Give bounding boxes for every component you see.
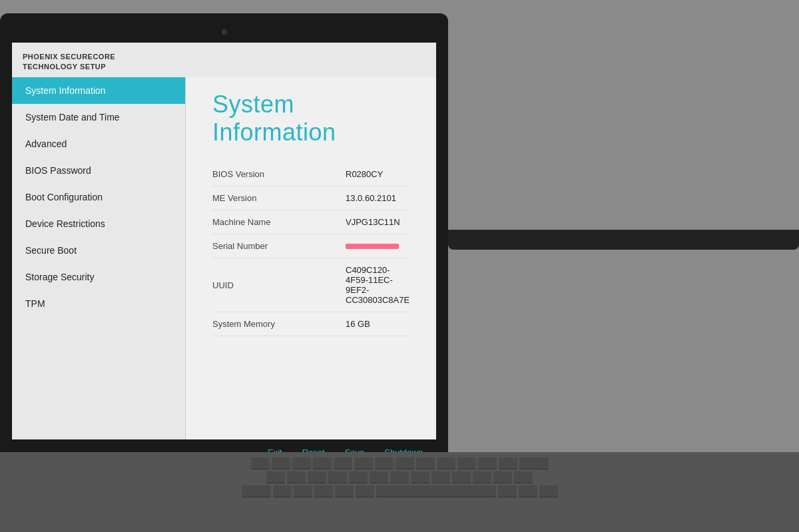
space-key (376, 485, 496, 497)
info-label: BIOS Version (212, 169, 346, 179)
info-value: 16 GB (346, 319, 370, 329)
key (335, 485, 354, 497)
key (242, 485, 271, 497)
keyboard-row-3 (242, 485, 558, 497)
sidebar-item-tpm[interactable]: TPM (12, 290, 185, 317)
info-row: UUIDC409C120-4F59-11EC-9EF2-CC30803C8A7E (212, 258, 409, 312)
content-title: System Information (212, 91, 409, 146)
key (273, 485, 292, 497)
key (292, 457, 311, 469)
sidebar-item-system-date-time[interactable]: System Date and Time (12, 104, 185, 131)
info-row: ME Version13.0.60.2101 (212, 186, 409, 210)
sidebar-item-secure-boot[interactable]: Secure Boot (12, 237, 185, 264)
key (266, 471, 285, 483)
key (473, 471, 491, 483)
key (411, 471, 429, 483)
info-value (346, 244, 399, 249)
key (493, 471, 512, 483)
info-table: BIOS VersionR0280CYME Version13.0.60.210… (212, 162, 409, 336)
key (313, 457, 332, 469)
info-row: Serial Number (212, 234, 409, 258)
key (457, 457, 476, 469)
bios-brand: PHOENIX SECURECORE TECHNOLOGY SETUP (23, 52, 425, 73)
info-value: R0280CY (346, 169, 383, 179)
key (437, 457, 455, 469)
sidebar-item-advanced[interactable]: Advanced (12, 131, 185, 157)
key (514, 471, 533, 483)
info-value: 13.0.60.2101 (346, 193, 396, 203)
info-label: UUID (212, 280, 346, 290)
key (356, 485, 374, 497)
info-row: BIOS VersionR0280CY (212, 162, 409, 186)
keyboard-row-2 (266, 471, 533, 483)
sidebar: System InformationSystem Date and TimeAd… (12, 77, 185, 439)
sidebar-item-device-restrictions[interactable]: Device Restrictions (12, 210, 185, 237)
key (396, 457, 414, 469)
key (499, 457, 517, 469)
sidebar-item-storage-security[interactable]: Storage Security (12, 264, 185, 290)
webcam-bar (12, 25, 436, 39)
key (416, 457, 435, 469)
sidebar-item-boot-configuration[interactable]: Boot Configuration (12, 184, 185, 210)
bios-container: PHOENIX SECURECORE TECHNOLOGY SETUP Syst… (12, 43, 436, 466)
key (354, 457, 373, 469)
sidebar-item-bios-password[interactable]: BIOS Password (12, 157, 185, 184)
info-row: System Memory16 GB (212, 312, 409, 336)
key (334, 457, 352, 469)
key (390, 471, 409, 483)
info-label: Serial Number (212, 241, 346, 251)
key (539, 485, 558, 497)
key (452, 471, 471, 483)
key (498, 485, 517, 497)
key (287, 471, 306, 483)
key (431, 471, 450, 483)
laptop-screen: PHOENIX SECURECORE TECHNOLOGY SETUP Syst… (0, 13, 448, 466)
key (272, 457, 290, 469)
key (251, 457, 270, 469)
info-value: VJPG13C11N (346, 217, 400, 227)
sidebar-item-system-information[interactable]: System Information (12, 77, 185, 104)
key (519, 485, 537, 497)
key (375, 457, 394, 469)
key (314, 485, 333, 497)
info-label: ME Version (212, 193, 346, 203)
key (349, 471, 368, 483)
laptop-base (448, 230, 799, 250)
key (370, 471, 388, 483)
info-label: Machine Name (212, 217, 346, 227)
content-area: System Information BIOS VersionR0280CYME… (185, 77, 436, 439)
keyboard-row-1 (251, 457, 549, 469)
info-value: C409C120-4F59-11EC-9EF2-CC30803C8A7E (346, 265, 409, 305)
info-label: System Memory (212, 319, 346, 329)
key (328, 471, 347, 483)
bios-main: System InformationSystem Date and TimeAd… (12, 77, 436, 439)
bios-header: PHOENIX SECURECORE TECHNOLOGY SETUP (12, 43, 436, 78)
key (294, 485, 312, 497)
key (478, 457, 497, 469)
key (308, 471, 326, 483)
screen: PHOENIX SECURECORE TECHNOLOGY SETUP Syst… (12, 43, 436, 466)
webcam-dot (222, 29, 227, 35)
keyboard-area (0, 452, 799, 532)
key (519, 457, 549, 469)
info-row: Machine NameVJPG13C11N (212, 210, 409, 234)
